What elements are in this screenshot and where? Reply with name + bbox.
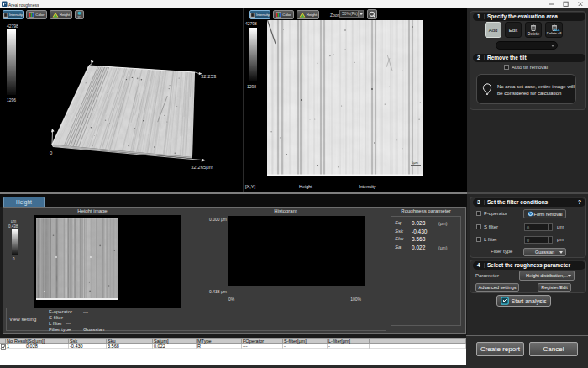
svg-text:1298: 1298 [247, 84, 256, 89]
svg-text:32.253: 32.253 [201, 74, 217, 79]
svg-text:0: 0 [13, 257, 15, 261]
svg-text:1296: 1296 [7, 97, 16, 103]
svg-text:μm: μm [11, 219, 17, 223]
svg-text:42798: 42798 [245, 21, 257, 26]
svg-text:0: 0 [50, 150, 53, 155]
svg-text:32.265μm: 32.265μm [191, 165, 213, 170]
svg-text:42798: 42798 [7, 24, 18, 29]
svg-text:0.438: 0.438 [8, 224, 18, 229]
svg-text:5μm: 5μm [412, 160, 419, 165]
svg-text:3D: 3D [77, 16, 81, 18]
